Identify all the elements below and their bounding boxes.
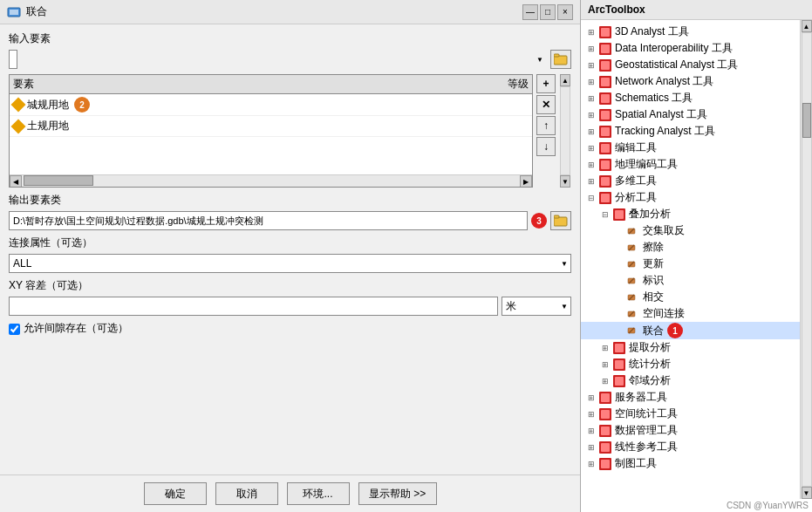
- tree-item-overlay[interactable]: ⊟ 叠加分析: [581, 206, 800, 222]
- toolbox-scrollbar[interactable]: ▲ ▼: [800, 20, 812, 499]
- svg-rect-11: [601, 61, 610, 70]
- input-label: 输入要素: [9, 31, 571, 46]
- tree-item-neighbor[interactable]: ⊞ 邻域分析: [581, 372, 800, 389]
- tree-item-spatial-stats[interactable]: ⊞ 空间统计工具: [581, 406, 800, 422]
- output-path-input[interactable]: [9, 211, 528, 230]
- label-network: Network Analyst 工具: [615, 74, 713, 89]
- tool-icon-update: [627, 258, 639, 270]
- toolbox-icon-cartography: [599, 458, 611, 470]
- label-intersect: 相交: [643, 290, 664, 304]
- ok-button[interactable]: 确定: [144, 482, 207, 505]
- tree-item-intersect-reverse[interactable]: ⊞ 交集取反: [581, 222, 800, 239]
- toolbox-icon-geocode: [599, 159, 611, 171]
- allow-gaps-checkbox[interactable]: [9, 324, 20, 335]
- expander-network[interactable]: ⊞: [584, 75, 598, 89]
- tree-item-3d-analyst[interactable]: ⊞ 3D Analyst 工具: [581, 24, 800, 40]
- expander-geo-analyst[interactable]: ⊞: [584, 58, 598, 72]
- svg-rect-49: [615, 377, 624, 386]
- expander-neighbor[interactable]: ⊞: [598, 374, 612, 388]
- tree-item-cartography[interactable]: ⊞ 制图工具: [581, 455, 800, 472]
- add-row-button[interactable]: +: [536, 74, 556, 93]
- scroll-down[interactable]: ▼: [560, 175, 570, 188]
- tree-item-erase[interactable]: ⊞ 擦除: [581, 239, 800, 256]
- maximize-button[interactable]: □: [540, 4, 556, 20]
- tree-item-network[interactable]: ⊞ Network Analyst 工具: [581, 73, 800, 90]
- xy-tolerance-input[interactable]: [9, 297, 498, 316]
- move-down-button[interactable]: ↓: [536, 137, 556, 156]
- minimize-button[interactable]: —: [522, 4, 538, 20]
- tree-item-data-interop[interactable]: ⊞ Data Interoperability 工具: [581, 40, 800, 57]
- svg-rect-9: [601, 44, 610, 53]
- tree-item-geocode[interactable]: ⊞ 地理编码工具: [581, 156, 800, 173]
- expander-spatial-stats[interactable]: ⊞: [584, 407, 598, 421]
- tree-item-spatial-join[interactable]: ⊞ 空间连接: [581, 305, 800, 322]
- tree-item-edit[interactable]: ⊞ 编辑工具: [581, 140, 800, 156]
- expander-data-mgmt[interactable]: ⊞: [584, 424, 598, 438]
- scroll-up[interactable]: ▲: [560, 74, 570, 86]
- move-up-button[interactable]: ↑: [536, 116, 556, 135]
- label-data-interop: Data Interoperability 工具: [615, 41, 733, 56]
- connect-attr-select[interactable]: ALL: [9, 254, 571, 273]
- expander-cartography[interactable]: ⊞: [584, 457, 598, 471]
- toolbox-scroll-up[interactable]: ▲: [802, 20, 812, 32]
- tree-item-spatial[interactable]: ⊞ Spatial Analyst 工具: [581, 106, 800, 123]
- tree-item-multidim[interactable]: ⊞ 多维工具: [581, 173, 800, 189]
- help-button[interactable]: 显示帮助 >>: [358, 482, 437, 505]
- expander-statistics[interactable]: ⊞: [598, 358, 612, 372]
- expander-edit[interactable]: ⊞: [584, 141, 598, 155]
- toolbox-icon-edit: [599, 142, 611, 154]
- tree-item-statistics[interactable]: ⊞ 统计分析: [581, 356, 800, 372]
- toolset-icon-stats: [613, 358, 625, 371]
- input-folder-button[interactable]: [550, 50, 571, 69]
- watermark: CSDN @YuanYWRS: [581, 499, 812, 512]
- scroll-right[interactable]: ▶: [520, 175, 532, 188]
- expander-tracking[interactable]: ⊞: [584, 125, 598, 139]
- element-icon-1: [11, 98, 26, 113]
- expander-overlay[interactable]: ⊟: [598, 208, 612, 222]
- tree-item-union[interactable]: ⊞ 联合 1: [581, 322, 800, 339]
- tree-item-identity[interactable]: ⊞ 标识: [581, 272, 800, 289]
- expander-spatial[interactable]: ⊞: [584, 108, 598, 122]
- toolbox-icon-spatial-stats: [599, 408, 611, 420]
- toolbox-header: ArcToolbox: [581, 0, 812, 20]
- tree-item-intersect[interactable]: ⊞ 相交: [581, 289, 800, 305]
- h-scrollbar[interactable]: ◀ ▶: [10, 174, 532, 187]
- toolbox-content[interactable]: ⊞ 3D Analyst 工具 ⊞: [581, 20, 800, 499]
- expander-3d-analyst[interactable]: ⊞: [584, 25, 598, 39]
- table-row[interactable]: 城规用地 2: [10, 94, 532, 116]
- scroll-left[interactable]: ◀: [10, 175, 22, 188]
- expander-linear-ref[interactable]: ⊞: [584, 440, 598, 454]
- close-button[interactable]: ×: [557, 4, 573, 20]
- svg-rect-53: [601, 410, 610, 419]
- tree-item-update[interactable]: ⊞ 更新: [581, 256, 800, 272]
- tree-item-tracking[interactable]: ⊞ Tracking Analyst 工具: [581, 123, 800, 140]
- xy-unit-select[interactable]: 米: [502, 297, 571, 316]
- expander-data-interop[interactable]: ⊞: [584, 42, 598, 56]
- element-cell: 城规用地 2: [13, 97, 476, 113]
- expander-multidim[interactable]: ⊞: [584, 174, 598, 188]
- tree-item-schematics[interactable]: ⊞ Schematics 工具: [581, 90, 800, 106]
- svg-rect-29: [615, 210, 624, 219]
- tree-item-data-mgmt[interactable]: ⊞ 数据管理工具: [581, 422, 800, 439]
- input-select[interactable]: [9, 50, 17, 69]
- cancel-button[interactable]: 取消: [215, 482, 278, 505]
- tree-item-analysis[interactable]: ⊟ 分析工具: [581, 189, 800, 206]
- output-folder-button[interactable]: [550, 211, 571, 230]
- expander-schematics[interactable]: ⊞: [584, 92, 598, 106]
- remove-row-button[interactable]: ✕: [536, 95, 556, 114]
- elements-table[interactable]: 要素 等级 城规用地 2: [9, 74, 533, 188]
- v-scrollbar[interactable]: ▲ ▼: [559, 74, 571, 188]
- tree-item-linear-ref[interactable]: ⊞ 线性参考工具: [581, 439, 800, 455]
- table-row[interactable]: 土规用地: [10, 116, 532, 137]
- toolbox-scroll-down[interactable]: ▼: [802, 487, 812, 499]
- tree-item-extract[interactable]: ⊞ 提取分析: [581, 339, 800, 356]
- expander-geocode[interactable]: ⊞: [584, 158, 598, 172]
- expander-analysis[interactable]: ⊟: [584, 191, 598, 205]
- expander-server[interactable]: ⊞: [584, 391, 598, 405]
- tree-item-server[interactable]: ⊞ 服务器工具: [581, 389, 800, 406]
- expander-extract[interactable]: ⊞: [598, 341, 612, 355]
- table-side-buttons: + ✕ ↑ ↓: [536, 74, 556, 188]
- tree-item-geo-analyst[interactable]: ⊞ Geostatistical Analyst 工具: [581, 57, 800, 73]
- env-button[interactable]: 环境...: [287, 482, 350, 505]
- xy-tolerance-label: XY 容差（可选）: [9, 278, 571, 293]
